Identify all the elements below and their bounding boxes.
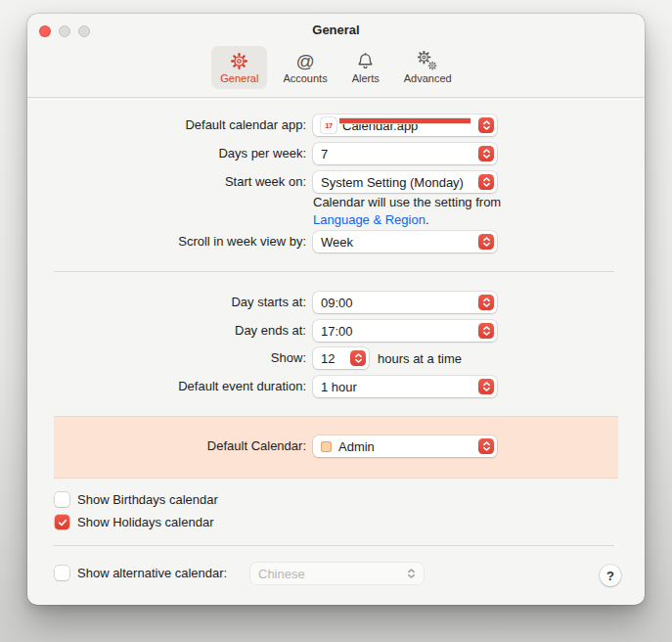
calendar-app-icon: 17 bbox=[321, 117, 336, 133]
day-ends-popup[interactable]: 17:00 bbox=[313, 320, 497, 342]
days-per-week-value: 7 bbox=[321, 147, 328, 161]
stepper-icon bbox=[478, 234, 494, 250]
default-calendar-label: Default Calendar: bbox=[27, 438, 306, 454]
help-button[interactable]: ? bbox=[600, 565, 621, 586]
alternative-calendar-row[interactable]: Show alternative calendar: bbox=[55, 566, 227, 580]
stepper-icon bbox=[350, 350, 366, 366]
preferences-window: General General @ Accounts Alerts bbox=[27, 14, 645, 605]
row-default-calendar: Default Calendar: Admin bbox=[27, 436, 645, 457]
show-hours-label: Show: bbox=[27, 350, 306, 366]
stepper-icon bbox=[478, 174, 494, 190]
default-calendar-popup[interactable]: Admin bbox=[313, 436, 497, 457]
stepper-icon bbox=[478, 379, 494, 394]
row-scroll-week-view: Scroll in week view by: Week bbox=[27, 231, 645, 252]
show-hours-popup[interactable]: 12 bbox=[313, 347, 369, 369]
start-week-value: System Setting (Monday) bbox=[321, 175, 464, 190]
default-app-label: Default calendar app: bbox=[27, 117, 306, 133]
alternative-calendar-popup: Chinese bbox=[250, 563, 424, 584]
holidays-checkbox[interactable] bbox=[55, 515, 69, 529]
stepper-icon bbox=[478, 323, 494, 339]
row-day-starts: Day starts at: 09:00 bbox=[27, 292, 645, 313]
day-starts-label: Day starts at: bbox=[27, 295, 306, 310]
days-per-week-popup[interactable]: 7 bbox=[313, 143, 497, 164]
day-starts-popup[interactable]: 09:00 bbox=[313, 292, 497, 313]
show-hours-suffix: hours at a time bbox=[378, 351, 462, 366]
row-start-week: Start week on: System Setting (Monday) bbox=[27, 171, 645, 193]
event-duration-popup[interactable]: 1 hour bbox=[313, 376, 497, 397]
stepper-icon bbox=[478, 295, 494, 310]
event-duration-label: Default event duration: bbox=[27, 379, 306, 394]
alternative-calendar-value: Chinese bbox=[258, 567, 305, 581]
default-app-popup[interactable]: 17 Calendar.app bbox=[313, 115, 497, 136]
alternative-calendar-label: Show alternative calendar: bbox=[77, 566, 227, 580]
language-region-link[interactable]: Language & Region bbox=[313, 212, 426, 227]
default-calendar-value: Admin bbox=[338, 439, 375, 454]
event-duration-value: 1 hour bbox=[321, 380, 357, 394]
start-week-popup[interactable]: System Setting (Monday) bbox=[313, 171, 497, 193]
stepper-icon bbox=[478, 438, 494, 454]
day-ends-value: 17:00 bbox=[321, 324, 353, 339]
row-days-per-week: Days per week: 7 bbox=[27, 143, 645, 164]
alternative-calendar-checkbox[interactable] bbox=[55, 566, 69, 580]
calendar-color-swatch bbox=[321, 441, 332, 452]
row-default-app: Default calendar app: 17 Calendar.app bbox=[27, 115, 645, 136]
stepper-icon bbox=[478, 146, 494, 161]
row-event-duration: Default event duration: 1 hour bbox=[27, 376, 645, 397]
holidays-checkbox-row[interactable]: Show Holidays calendar bbox=[55, 515, 213, 529]
section-divider bbox=[54, 545, 614, 546]
day-starts-value: 09:00 bbox=[321, 296, 353, 310]
scroll-week-view-popup[interactable]: Week bbox=[313, 231, 497, 252]
scroll-week-view-value: Week bbox=[321, 235, 353, 250]
birthdays-checkbox[interactable] bbox=[55, 492, 69, 507]
days-per-week-label: Days per week: bbox=[27, 146, 306, 161]
day-ends-label: Day ends at: bbox=[27, 323, 306, 339]
birthdays-checkbox-row[interactable]: Show Birthdays calendar bbox=[55, 492, 218, 507]
show-hours-value: 12 bbox=[321, 351, 335, 366]
row-day-ends: Day ends at: 17:00 bbox=[27, 320, 645, 342]
chevrons-icon bbox=[406, 567, 417, 580]
section-divider bbox=[54, 271, 614, 272]
scroll-week-view-label: Scroll in week view by: bbox=[27, 234, 306, 250]
general-pane: Default calendar app: 17 Calendar.app Da… bbox=[27, 14, 645, 605]
birthdays-label: Show Birthdays calendar bbox=[77, 492, 218, 507]
row-show-hours: Show: 12 hours at a time bbox=[27, 347, 645, 369]
start-week-note: Calendar will use the setting from Langu… bbox=[313, 194, 523, 229]
start-week-label: Start week on: bbox=[27, 174, 306, 190]
help-glyph: ? bbox=[606, 569, 614, 583]
stepper-icon bbox=[478, 117, 494, 133]
holidays-label: Show Holidays calendar bbox=[77, 515, 213, 529]
